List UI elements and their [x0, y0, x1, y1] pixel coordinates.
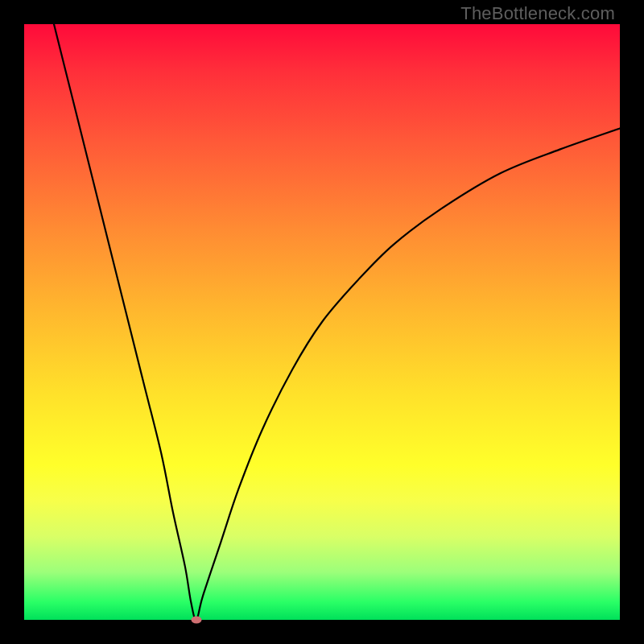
bottleneck-curve [24, 24, 620, 620]
watermark-text: TheBottleneck.com [460, 3, 615, 24]
plot-area [24, 24, 620, 620]
chart-frame: TheBottleneck.com [0, 0, 644, 644]
minimum-marker [191, 617, 201, 624]
